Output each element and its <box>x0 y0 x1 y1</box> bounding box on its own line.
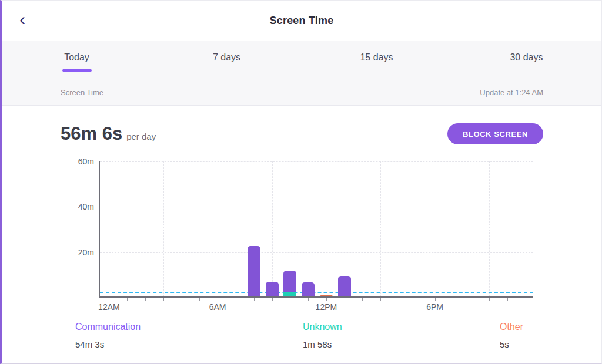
gridline-vertical <box>272 161 273 296</box>
legend-item-unknown: Unknown1m 58s <box>303 322 342 349</box>
bar-segment-communication <box>266 282 279 296</box>
axis-tick <box>380 298 381 301</box>
legend: Communication54m 3sUnknown1m 58sOther5s <box>2 314 601 364</box>
x-tick-label: 6AM <box>209 302 226 312</box>
gridline-vertical <box>489 161 490 296</box>
legend-value: 1m 58s <box>303 339 342 349</box>
axis-tick <box>199 298 200 301</box>
plot-area <box>99 161 533 298</box>
axis-tick <box>182 298 182 301</box>
usage-bar-hour-13 <box>338 276 351 296</box>
tab-today[interactable]: Today <box>2 52 152 82</box>
usage-bar-hour-11 <box>302 282 315 296</box>
axis-tick <box>399 298 399 301</box>
average-line <box>100 292 533 293</box>
axis-tick <box>163 298 164 301</box>
axis-tick <box>489 298 490 301</box>
tab-15-days[interactable]: 15 days <box>302 52 452 82</box>
period-tabs: Today 7 days 15 days 30 days <box>2 41 601 82</box>
daily-total: 56m 6sper day <box>61 123 156 144</box>
screen-time-chart: 20m40m60m 12AM6AM12PM6PM <box>2 147 601 314</box>
axis-tick <box>272 298 273 301</box>
block-screen-button[interactable]: BLOCK SCREEN <box>447 123 543 144</box>
gridline-horizontal <box>100 161 533 162</box>
x-tick-label: 12AM <box>98 302 120 312</box>
tab-today-label: Today <box>64 52 89 63</box>
usage-bar-hour-12 <box>320 295 333 296</box>
bar-segment-communication <box>338 276 351 296</box>
legend-label: Unknown <box>303 322 342 332</box>
usage-bar-hour-9 <box>266 282 279 296</box>
axis-tick <box>145 298 146 301</box>
x-tick-label: 12PM <box>316 302 337 312</box>
gridline-horizontal <box>100 252 533 253</box>
tab-30-days[interactable]: 30 days <box>452 52 601 82</box>
legend-item-communication: Communication54m 3s <box>75 322 141 349</box>
bar-segment-communication <box>302 282 315 296</box>
page-title: Screen Time <box>270 15 334 27</box>
axis-tick <box>308 298 309 301</box>
axis-tick <box>290 298 290 301</box>
bar-segment-unknown <box>283 292 296 296</box>
axis-tick <box>453 298 453 301</box>
bar-segment-other <box>320 295 333 296</box>
axis-tick <box>345 298 345 301</box>
gridline-horizontal <box>100 207 533 207</box>
axis-tick <box>435 298 436 301</box>
y-tick-label: 20m <box>62 248 94 257</box>
axis-tick <box>417 298 417 301</box>
axis-tick <box>109 298 109 301</box>
section-label: Screen Time <box>61 88 103 97</box>
usage-bar-hour-8 <box>248 246 260 296</box>
axis-tick <box>218 298 218 301</box>
legend-value: 5s <box>500 339 523 349</box>
tab-7-days-label: 7 days <box>213 52 240 63</box>
legend-value: 54m 3s <box>75 339 141 349</box>
axis-tick <box>471 298 471 301</box>
legend-label: Other <box>500 322 523 332</box>
tab-band: Today 7 days 15 days 30 days Screen Time… <box>2 41 601 106</box>
tab-7-days[interactable]: 7 days <box>152 52 302 82</box>
usage-bar-hour-10 <box>283 271 296 296</box>
bar-segment-communication <box>248 246 260 296</box>
y-tick-label: 60m <box>62 157 94 166</box>
meta-row: Screen Time Update at 1:24 AM <box>2 82 601 97</box>
axis-tick <box>362 298 363 301</box>
axis-tick <box>526 298 526 301</box>
back-chevron-icon[interactable]: ‹ <box>16 9 29 29</box>
axis-tick <box>507 298 508 301</box>
screen-time-page: ‹ Screen Time Today 7 days 15 days 30 da… <box>0 0 602 364</box>
y-tick-label: 40m <box>62 202 94 211</box>
axis-tick <box>254 298 255 301</box>
legend-label: Communication <box>75 322 141 332</box>
axis-tick <box>127 298 128 301</box>
total-time-value: 56m 6s <box>61 123 122 144</box>
axis-tick <box>326 298 327 301</box>
summary-row: 56m 6sper day BLOCK SCREEN <box>2 106 601 147</box>
legend-item-other: Other5s <box>500 322 523 349</box>
update-timestamp: Update at 1:24 AM <box>480 88 543 97</box>
x-tick-label: 6PM <box>426 302 443 312</box>
gridline-vertical <box>380 161 381 296</box>
tab-30-days-label: 30 days <box>510 52 543 63</box>
per-day-label: per day <box>126 132 156 141</box>
active-tab-underline <box>62 69 92 72</box>
header: ‹ Screen Time <box>2 1 601 41</box>
bar-segment-communication <box>283 271 296 292</box>
axis-tick <box>236 298 236 301</box>
gridline-vertical <box>163 161 164 296</box>
tab-15-days-label: 15 days <box>360 52 393 63</box>
